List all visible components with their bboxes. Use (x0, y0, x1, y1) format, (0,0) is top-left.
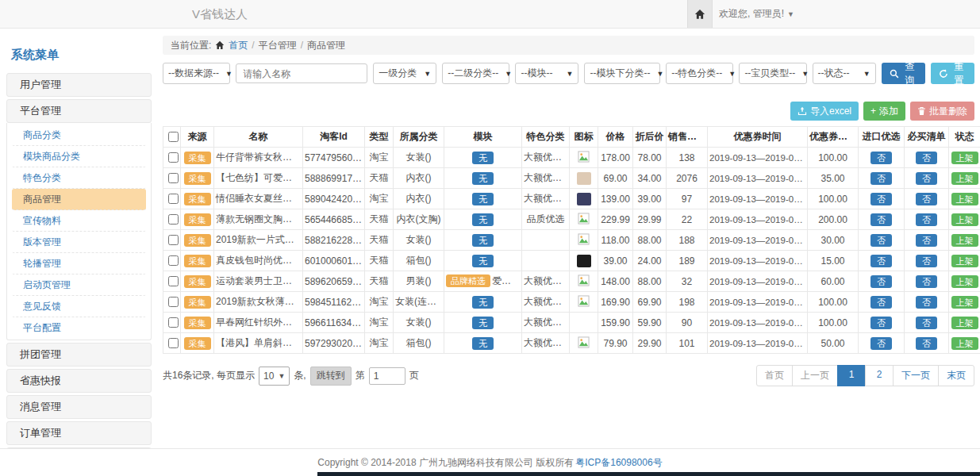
status-button[interactable]: 上架 (951, 275, 978, 288)
module-badge[interactable]: 无 (472, 172, 494, 185)
row-checkbox[interactable] (168, 152, 179, 163)
filter-select-3[interactable]: --二级分类--▼ (442, 63, 509, 84)
imported-toggle-button[interactable]: 否 (870, 213, 892, 226)
import-excel-button[interactable]: 导入excel (790, 102, 859, 121)
imported-toggle-button[interactable]: 否 (870, 255, 892, 267)
import-icon (797, 106, 807, 116)
pager-button-下一页[interactable]: 下一页 (893, 365, 939, 386)
sidebar-subitem-7[interactable]: 启动页管理 (12, 274, 146, 296)
imported-toggle-button[interactable]: 否 (870, 234, 892, 247)
sidebar-subitem-8[interactable]: 意见反馈 (12, 296, 146, 317)
status-button[interactable]: 上架 (951, 152, 978, 164)
module-badge[interactable]: 无 (472, 234, 494, 247)
filter-select-5[interactable]: --模块下分类--▼ (584, 63, 660, 84)
filter-select-0[interactable]: --数据来源--▼ (163, 63, 230, 84)
user-menu[interactable]: 欢迎您, 管理员!▼ (719, 0, 794, 29)
sidebar-item-2[interactable]: 拼团管理 (6, 343, 152, 367)
query-button[interactable]: 查询 (882, 63, 925, 84)
breadcrumb-home-link[interactable]: 首页 (229, 39, 248, 52)
status-button[interactable]: 上架 (951, 172, 978, 185)
must-buy-toggle-button[interactable]: 否 (916, 317, 937, 329)
status-button[interactable]: 上架 (951, 337, 978, 350)
must-buy-toggle-button[interactable]: 否 (916, 234, 937, 247)
row-checkbox[interactable] (168, 235, 179, 245)
jump-button[interactable]: 跳转到 (310, 367, 352, 386)
module-badge[interactable]: 无 (472, 213, 494, 226)
sidebar-subitem-2[interactable]: 特色分类 (12, 167, 146, 189)
row-checkbox[interactable] (168, 317, 179, 328)
sidebar-subitem-0[interactable]: 商品分类 (12, 125, 146, 146)
row-checkbox[interactable] (168, 297, 179, 307)
must-buy-toggle-button[interactable]: 否 (916, 193, 937, 205)
sidebar-item-5[interactable]: 订单管理 (6, 421, 152, 445)
filter-select-2[interactable]: 一级分类▼ (373, 63, 436, 84)
status-button[interactable]: 上架 (951, 255, 978, 267)
status-button[interactable]: 上架 (951, 193, 978, 205)
status-button[interactable]: 上架 (951, 234, 978, 247)
imported-toggle-button[interactable]: 否 (870, 172, 892, 185)
home-button[interactable] (687, 0, 713, 28)
pager-button-末页[interactable]: 末页 (938, 365, 974, 386)
add-button[interactable]: + 添加 (863, 102, 905, 121)
imported-toggle-button[interactable]: 否 (870, 296, 892, 309)
sidebar-item-3[interactable]: 省惠快报 (6, 369, 152, 393)
page-size-select[interactable]: 10 ▼ (259, 367, 290, 386)
cell-feature-category: 大额优惠券 (522, 313, 570, 333)
status-button[interactable]: 上架 (951, 213, 978, 226)
icp-link[interactable]: 粤ICP备16098006号 (575, 456, 662, 470)
batch-delete-button[interactable]: 批量删除 (910, 102, 974, 121)
pager-button-2[interactable]: 2 (865, 365, 894, 386)
sidebar-item-0[interactable]: 用户管理 (6, 73, 152, 97)
filter-select-8[interactable]: --状态--▼ (813, 63, 876, 84)
select-all-checkbox[interactable] (168, 132, 179, 142)
sidebar-subitem-6[interactable]: 轮播管理 (12, 253, 146, 274)
status-button[interactable]: 上架 (951, 296, 978, 309)
must-buy-toggle-button[interactable]: 否 (916, 172, 937, 185)
bottom-dark-strip (317, 472, 980, 476)
row-checkbox[interactable] (168, 194, 179, 204)
imported-toggle-button[interactable]: 否 (870, 337, 892, 350)
cell-type: 天猫 (365, 168, 394, 189)
row-checkbox[interactable] (168, 338, 179, 348)
must-buy-toggle-button[interactable]: 否 (916, 255, 937, 267)
module-badge[interactable]: 无 (472, 317, 494, 329)
row-checkbox[interactable] (168, 276, 179, 286)
imported-toggle-button[interactable]: 否 (870, 275, 892, 288)
pager-button-上一页[interactable]: 上一页 (792, 365, 838, 386)
name-search-input[interactable] (236, 63, 367, 83)
module-badge[interactable]: 无 (472, 255, 494, 267)
sidebar-submenu: 商品分类模块商品分类特色分类商品管理宣传物料版本管理轮播管理启动页管理意见反馈平… (6, 123, 152, 340)
pager-button-首页[interactable]: 首页 (756, 365, 793, 386)
must-buy-toggle-button[interactable]: 否 (916, 213, 937, 226)
must-buy-toggle-button[interactable]: 否 (916, 152, 937, 164)
filter-select-6[interactable]: --特色分类--▼ (666, 63, 733, 84)
imported-toggle-button[interactable]: 否 (870, 152, 892, 164)
must-buy-toggle-button[interactable]: 否 (916, 296, 937, 309)
must-buy-toggle-button[interactable]: 否 (916, 337, 937, 350)
sidebar-subitem-4[interactable]: 宣传物料 (12, 210, 146, 232)
imported-toggle-button[interactable]: 否 (870, 317, 892, 329)
cell-imported: 否 (859, 333, 905, 354)
imported-toggle-button[interactable]: 否 (870, 193, 892, 205)
filter-select-4[interactable]: --模块--▼ (515, 63, 578, 84)
pager-button-1[interactable]: 1 (837, 365, 866, 386)
sidebar-item-4[interactable]: 消息管理 (6, 395, 152, 419)
module-badge[interactable]: 无 (472, 193, 494, 205)
sidebar-subitem-5[interactable]: 版本管理 (12, 232, 146, 253)
row-checkbox[interactable] (168, 214, 179, 225)
module-badge[interactable]: 品牌精选 (446, 274, 490, 287)
row-checkbox[interactable] (168, 173, 179, 183)
sidebar-item-1[interactable]: 平台管理 (6, 99, 152, 123)
page-number-input[interactable] (369, 367, 405, 385)
sidebar-subitem-1[interactable]: 模块商品分类 (12, 146, 146, 167)
status-button[interactable]: 上架 (951, 317, 978, 329)
module-badge[interactable]: 无 (472, 296, 494, 309)
sidebar-subitem-9[interactable]: 平台配置 (12, 317, 146, 338)
module-badge[interactable]: 无 (472, 152, 494, 164)
row-checkbox[interactable] (168, 255, 179, 266)
module-badge[interactable]: 无 (472, 337, 494, 350)
must-buy-toggle-button[interactable]: 否 (916, 275, 937, 288)
sidebar-subitem-3[interactable]: 商品管理 (12, 189, 146, 210)
filter-select-7[interactable]: --宝贝类型--▼ (739, 63, 806, 84)
reset-button[interactable]: 重置 (931, 63, 974, 84)
